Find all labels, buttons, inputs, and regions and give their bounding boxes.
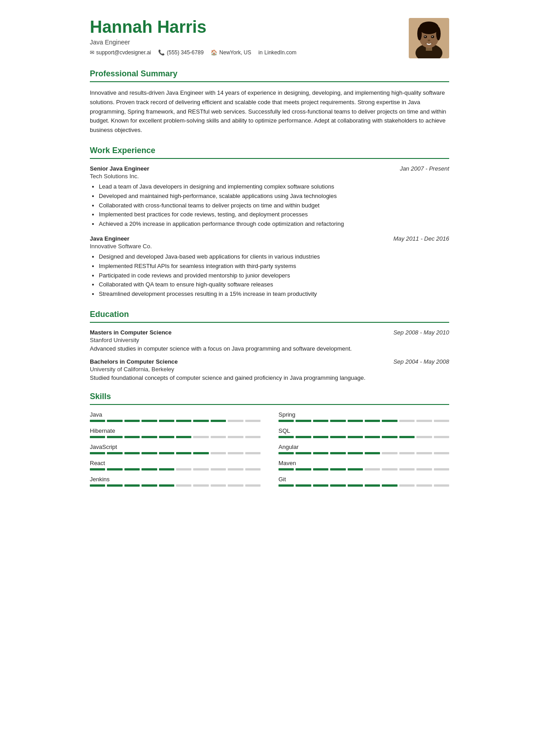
- candidate-name: Hannah Harris: [90, 18, 409, 37]
- skill-segment-filled: [278, 452, 294, 454]
- linkedin-value: LinkedIn.com: [265, 49, 296, 56]
- education-section: Education Masters in Computer Science Se…: [90, 310, 449, 381]
- candidate-title: Java Engineer: [90, 39, 409, 46]
- phone-value: (555) 345-6789: [167, 49, 203, 56]
- skill-item: JavaScript: [90, 444, 261, 454]
- skill-segment-empty: [434, 452, 449, 454]
- job-0: Senior Java Engineer Jan 2007 - Present …: [90, 165, 449, 229]
- skill-segment-empty: [245, 468, 261, 470]
- edu-1-desc: Studied foundational concepts of compute…: [90, 374, 449, 381]
- skill-segment-filled: [348, 484, 363, 487]
- skill-segment-filled: [382, 436, 397, 438]
- skill-label: Maven: [278, 460, 449, 466]
- skill-item: Angular: [278, 444, 449, 454]
- skill-segment-empty: [245, 436, 261, 438]
- skill-bar: [278, 452, 449, 454]
- job-0-company: Tech Solutions Inc.: [90, 173, 449, 180]
- edu-1-header: Bachelors in Computer Science Sep 2004 -…: [90, 358, 449, 365]
- skill-segment-filled: [330, 452, 345, 454]
- edu-0-date: Sep 2008 - May 2010: [393, 329, 449, 336]
- edu-0: Masters in Computer Science Sep 2008 - M…: [90, 329, 449, 352]
- skill-segment-empty: [416, 452, 432, 454]
- skill-segment-filled: [176, 420, 191, 422]
- list-item: Achieved a 20% increase in application p…: [99, 220, 449, 229]
- skill-segment-filled: [296, 436, 311, 438]
- edu-1-school: University of California, Berkeley: [90, 366, 449, 373]
- skill-segment-filled: [107, 484, 122, 487]
- education-title: Education: [90, 310, 449, 319]
- skill-segment-filled: [330, 484, 345, 487]
- skill-segment-empty: [193, 468, 208, 470]
- list-item: Streamlined development processes result…: [99, 290, 449, 299]
- summary-text: Innovative and results-driven Java Engin…: [90, 88, 449, 135]
- location-contact: 🏠 NewYork, US: [211, 49, 251, 56]
- skills-section: Skills JavaHibernateJavaScriptReactJenki…: [90, 392, 449, 492]
- edu-0-desc: Advanced studies in computer science wit…: [90, 345, 449, 352]
- list-item: Collaborated with QA team to ensure high…: [99, 280, 449, 290]
- skill-segment-filled: [90, 420, 105, 422]
- skill-segment-filled: [107, 452, 122, 454]
- skill-segment-filled: [124, 420, 140, 422]
- linkedin-icon: in: [258, 49, 262, 56]
- skill-segment-filled: [107, 436, 122, 438]
- skill-segment-empty: [416, 484, 432, 487]
- experience-divider: [90, 158, 449, 159]
- edu-0-degree: Masters in Computer Science: [90, 329, 172, 336]
- skill-segment-filled: [159, 468, 174, 470]
- phone-icon: 📞: [158, 49, 165, 56]
- email-contact: ✉ support@cvdesigner.ai: [90, 49, 151, 56]
- summary-divider: [90, 81, 449, 82]
- skill-segment-empty: [211, 468, 226, 470]
- skill-segment-filled: [313, 420, 328, 422]
- skill-segment-filled: [141, 420, 157, 422]
- education-divider: [90, 322, 449, 323]
- skill-segment-filled: [124, 436, 140, 438]
- skills-grid: JavaHibernateJavaScriptReactJenkinsSprin…: [90, 411, 449, 492]
- skill-bar: [278, 420, 449, 422]
- skills-divider: [90, 404, 449, 405]
- location-icon: 🏠: [211, 49, 217, 56]
- skill-segment-filled: [348, 468, 363, 470]
- skill-segment-empty: [399, 420, 415, 422]
- skill-segment-empty: [245, 484, 261, 487]
- skill-segment-empty: [399, 452, 415, 454]
- skill-segment-empty: [399, 484, 415, 487]
- phone-contact: 📞 (555) 345-6789: [158, 49, 203, 56]
- email-icon: ✉: [90, 49, 94, 56]
- job-0-header: Senior Java Engineer Jan 2007 - Present: [90, 165, 449, 172]
- avatar-image: [409, 18, 449, 58]
- skill-label: JavaScript: [90, 444, 261, 450]
- skill-segment-filled: [159, 484, 174, 487]
- list-item: Developed and maintained high-performanc…: [99, 192, 449, 201]
- location-value: NewYork, US: [219, 49, 251, 56]
- skill-label: Git: [278, 476, 449, 483]
- list-item: Participated in code reviews and provide…: [99, 271, 449, 281]
- skill-label: SQL: [278, 427, 449, 434]
- skill-segment-filled: [90, 436, 105, 438]
- svg-point-11: [428, 40, 430, 41]
- summary-title: Professional Summary: [90, 69, 449, 79]
- skill-segment-filled: [296, 420, 311, 422]
- skill-segment-empty: [399, 468, 415, 470]
- skill-segment-empty: [365, 468, 380, 470]
- email-value: support@cvdesigner.ai: [96, 49, 151, 56]
- skill-segment-filled: [90, 468, 105, 470]
- skill-segment-filled: [313, 452, 328, 454]
- skill-segment-filled: [296, 484, 311, 487]
- skill-bar: [278, 484, 449, 487]
- skill-segment-empty: [211, 436, 226, 438]
- skill-segment-filled: [382, 420, 397, 422]
- list-item: Implemented best practices for code revi…: [99, 210, 449, 220]
- skill-segment-empty: [228, 420, 243, 422]
- svg-point-10: [432, 36, 433, 37]
- skill-segment-filled: [90, 484, 105, 487]
- job-1-title: Java Engineer: [90, 235, 129, 242]
- skill-bar: [278, 436, 449, 438]
- skill-label: Angular: [278, 444, 449, 450]
- skill-segment-filled: [313, 468, 328, 470]
- skill-segment-filled: [124, 484, 140, 487]
- skill-segment-filled: [159, 452, 174, 454]
- skill-segment-filled: [141, 452, 157, 454]
- skill-segment-filled: [365, 436, 380, 438]
- skill-segment-filled: [365, 484, 380, 487]
